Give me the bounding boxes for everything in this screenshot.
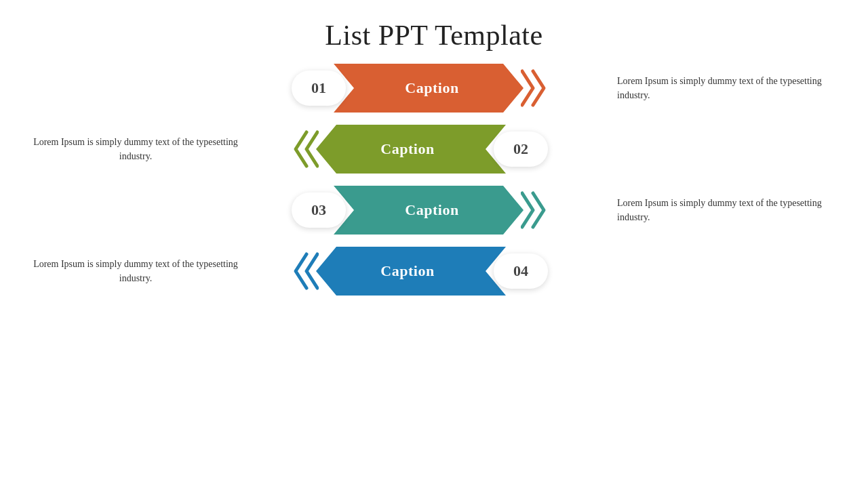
list-item: Lorem Ipsum is simply dummy text of the …: [0, 125, 868, 174]
item-4-caption: Caption: [380, 262, 434, 280]
item-3-number: 03: [292, 192, 346, 228]
item-2-number: 02: [494, 131, 548, 167]
item-1-chevrons: [521, 68, 548, 108]
item-4-number: 04: [494, 253, 548, 289]
list-item: Lorem Ipsum is simply dummy text of the …: [0, 186, 868, 235]
list-item: Lorem Ipsum is simply dummy text of the …: [0, 64, 868, 113]
item-2-text: Lorem Ipsum is simply dummy text of the …: [20, 135, 251, 163]
item-4-chevrons: [292, 251, 319, 291]
item-4-text: Lorem Ipsum is simply dummy text of the …: [20, 257, 251, 285]
list-item: Lorem Ipsum is simply dummy text of the …: [0, 247, 868, 296]
item-3-text: Lorem Ipsum is simply dummy text of the …: [617, 196, 848, 224]
item-2-caption: Caption: [380, 140, 434, 158]
item-2-chevrons: [292, 129, 319, 169]
item-2-arrow: Caption 02: [292, 125, 576, 174]
item-4-arrow: Caption 04: [292, 247, 576, 296]
item-1-text: Lorem Ipsum is simply dummy text of the …: [617, 74, 848, 102]
item-1-body: Caption: [334, 64, 524, 113]
item-1-caption: Caption: [405, 79, 458, 97]
page-title: List PPT Template: [0, 0, 868, 52]
items-container: Lorem Ipsum is simply dummy text of the …: [0, 64, 868, 296]
item-1-arrow: 01 Caption: [292, 64, 576, 113]
item-3-arrow: 03 Caption: [292, 186, 576, 235]
item-3-body: Caption: [334, 186, 524, 235]
item-2-body: Caption: [316, 125, 506, 174]
item-1-number: 01: [292, 70, 346, 106]
item-3-chevrons: [521, 190, 548, 230]
item-4-body: Caption: [316, 247, 506, 296]
item-3-caption: Caption: [405, 201, 458, 219]
